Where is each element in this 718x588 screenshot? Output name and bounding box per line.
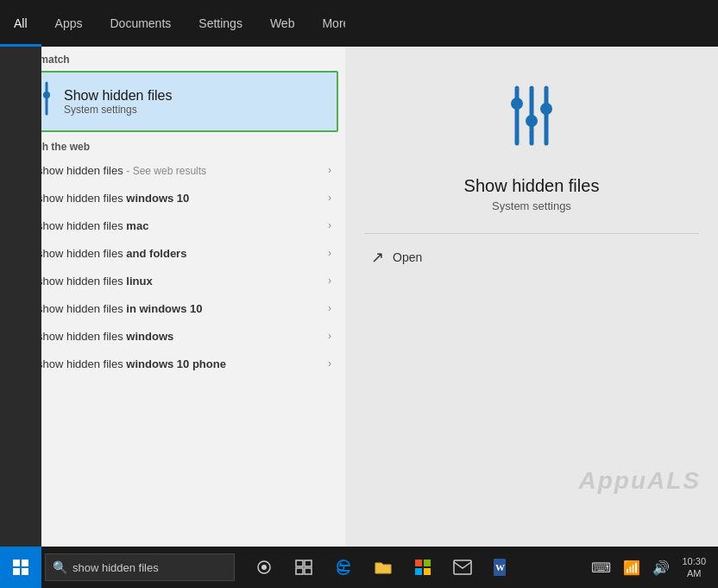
svg-point-17 xyxy=(261,565,267,570)
see-web-label: - See web results xyxy=(126,165,206,177)
left-sidebar-strip xyxy=(0,47,41,547)
suggestion-text-7: show hidden files windows 10 phone xyxy=(37,357,328,370)
right-panel-content: Show hidden files System settings ↗ Open xyxy=(345,47,718,547)
svg-rect-15 xyxy=(22,568,28,575)
taskbar-right-area: ⌨ 📶 🔊 10:30AM xyxy=(586,552,718,584)
svg-point-10 xyxy=(526,115,538,127)
suggestion-item-4[interactable]: 🔍 show hidden files linux › xyxy=(0,267,345,294)
suggestion-text-1: show hidden files windows 10 xyxy=(37,192,328,205)
suggestion-text-2: show hidden files mac xyxy=(37,219,328,232)
svg-point-9 xyxy=(511,98,523,110)
tab-settings-label: Settings xyxy=(198,16,242,30)
right-panel-title: Show hidden files xyxy=(464,176,600,196)
suggestion-text-6: show hidden files windows xyxy=(37,330,328,343)
mail-button[interactable] xyxy=(444,547,482,588)
open-label: Open xyxy=(393,250,422,264)
best-match-text: Show hidden files System settings xyxy=(64,88,172,116)
best-match-section-label: Best match xyxy=(0,47,345,71)
tab-documents[interactable]: Documents xyxy=(96,0,185,47)
right-panel: Show hidden files System settings ↗ Open… xyxy=(345,0,718,547)
chevron-right-icon-0: › xyxy=(328,164,331,176)
right-panel-settings-icon xyxy=(501,81,562,162)
network-icon[interactable]: 📶 xyxy=(618,556,646,579)
open-icon: ↗ xyxy=(371,248,384,267)
volume-icon[interactable]: 🔊 xyxy=(647,556,675,579)
suggestion-item-7[interactable]: 🔍 show hidden files windows 10 phone › xyxy=(0,350,345,377)
suggestion-item-2[interactable]: 🔍 show hidden files mac › xyxy=(0,212,345,239)
svg-rect-19 xyxy=(305,560,312,566)
svg-point-11 xyxy=(540,103,552,115)
best-match-subtitle: System settings xyxy=(64,104,172,116)
chevron-right-icon-6: › xyxy=(328,330,331,342)
svg-text:W: W xyxy=(495,562,505,572)
svg-rect-13 xyxy=(22,560,28,566)
best-match-item[interactable]: Show hidden files System settings xyxy=(7,71,338,132)
file-explorer-button[interactable] xyxy=(364,547,402,588)
taskbar-icons: W xyxy=(245,547,521,588)
web-section-label: Search the web xyxy=(0,132,345,156)
store-button[interactable] xyxy=(404,547,442,588)
taskbar-search-text: show hidden files xyxy=(72,561,159,574)
chevron-right-icon-2: › xyxy=(328,219,331,231)
taskbar: 🔍 show hidden files xyxy=(0,547,718,588)
suggestion-item-3[interactable]: 🔍 show hidden files and folders › xyxy=(0,239,345,267)
tab-all[interactable]: All xyxy=(0,0,41,47)
tabs-bar: All Apps Documents Settings Web More ▾ xyxy=(0,0,345,47)
best-match-title: Show hidden files xyxy=(64,88,172,104)
left-panel: All Apps Documents Settings Web More ▾ xyxy=(0,0,345,547)
svg-point-5 xyxy=(43,92,50,98)
right-panel-tab-spacer xyxy=(345,0,718,47)
chevron-right-icon-4: › xyxy=(328,275,331,287)
svg-rect-14 xyxy=(13,568,20,575)
taskbar-search-icon: 🔍 xyxy=(53,560,67,574)
tab-apps-label: Apps xyxy=(55,16,83,30)
edge-browser-button[interactable] xyxy=(324,547,362,588)
suggestion-text-5: show hidden files in windows 10 xyxy=(37,302,328,315)
svg-rect-20 xyxy=(296,568,303,574)
task-view-button[interactable] xyxy=(245,547,283,588)
svg-rect-24 xyxy=(415,568,422,575)
open-button[interactable]: ↗ Open xyxy=(371,248,422,267)
suggestion-item-5[interactable]: 🔍 show hidden files in windows 10 › xyxy=(0,294,345,322)
svg-rect-22 xyxy=(415,560,422,566)
right-panel-divider xyxy=(364,233,700,234)
search-overlay: All Apps Documents Settings Web More ▾ xyxy=(0,0,718,547)
suggestion-item-0[interactable]: 🔍 show hidden files - See web results › xyxy=(0,156,345,184)
right-panel-subtitle: System settings xyxy=(492,199,571,212)
clock: 10:30AM xyxy=(677,552,711,584)
tab-apps[interactable]: Apps xyxy=(41,0,97,47)
start-button[interactable] xyxy=(0,547,41,588)
word-button[interactable]: W xyxy=(483,547,521,588)
suggestion-text-0: show hidden files - See web results xyxy=(37,164,328,177)
svg-rect-18 xyxy=(296,560,303,566)
svg-rect-21 xyxy=(305,568,312,574)
tab-all-label: All xyxy=(14,16,28,30)
chevron-right-icon-5: › xyxy=(328,302,331,314)
multitasking-button[interactable] xyxy=(285,547,323,588)
system-tray-icon[interactable]: ⌨ xyxy=(586,556,616,579)
taskbar-search-box[interactable]: 🔍 show hidden files xyxy=(45,553,235,581)
suggestion-item-1[interactable]: 🔍 show hidden files windows 10 › xyxy=(0,184,345,212)
tab-settings[interactable]: Settings xyxy=(185,0,256,47)
tab-documents-label: Documents xyxy=(110,16,171,30)
svg-rect-23 xyxy=(424,560,431,566)
suggestion-text-4: show hidden files linux xyxy=(37,275,328,288)
svg-rect-25 xyxy=(424,568,431,575)
tab-web[interactable]: Web xyxy=(256,0,309,47)
chevron-right-icon-7: › xyxy=(328,357,331,370)
chevron-right-icon-3: › xyxy=(328,247,331,259)
svg-rect-26 xyxy=(454,560,471,574)
suggestion-text-3: show hidden files and folders xyxy=(37,247,328,260)
svg-rect-12 xyxy=(13,560,20,566)
tab-web-label: Web xyxy=(270,16,295,30)
chevron-right-icon-1: › xyxy=(328,192,331,204)
suggestion-item-6[interactable]: 🔍 show hidden files windows › xyxy=(0,322,345,350)
